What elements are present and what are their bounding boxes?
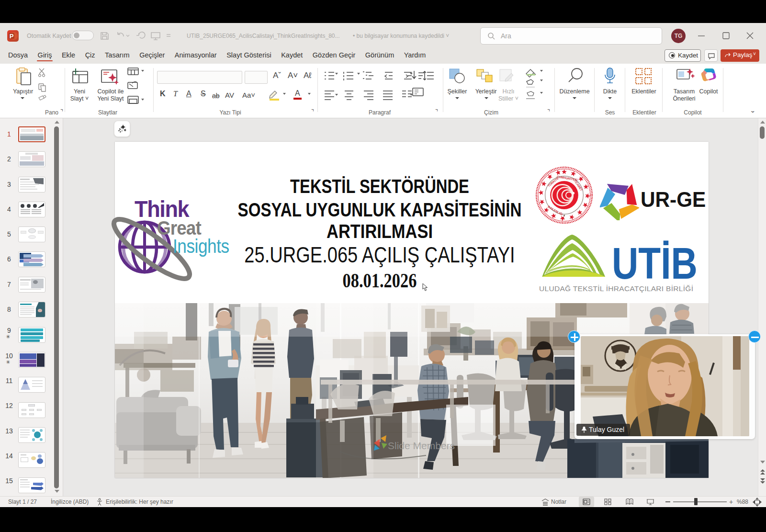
svg-text:Insights: Insights (173, 236, 229, 257)
svg-text:P: P (10, 33, 14, 40)
svg-text:Slide Members: Slide Members (388, 440, 455, 451)
